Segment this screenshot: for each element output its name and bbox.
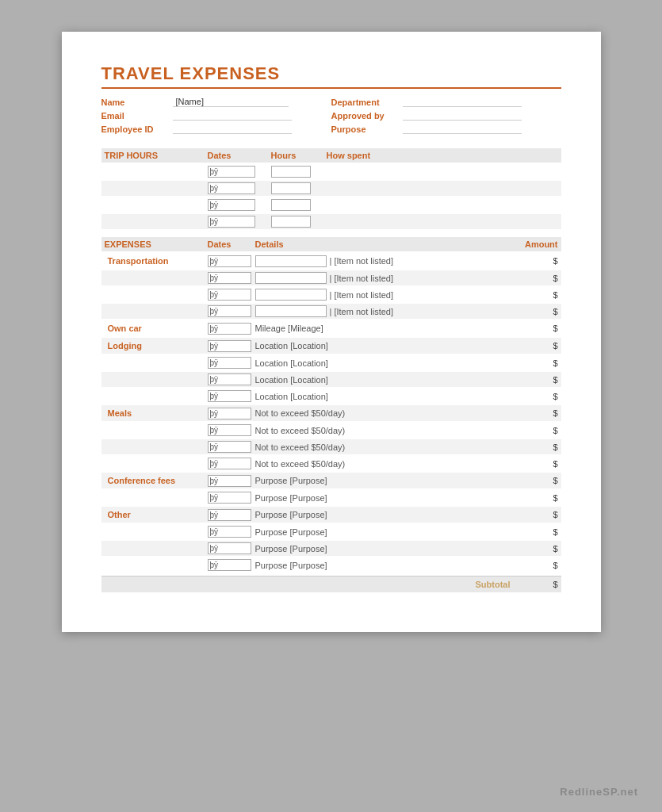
trans-details-4: | [Item not listed] <box>255 305 511 317</box>
trip-date-1[interactable] <box>208 166 255 178</box>
conf-note-2: Purpose [Purpose] <box>255 493 327 503</box>
lodging-details-2: Location [Location] <box>255 358 511 368</box>
lodging-amount-3: $ <box>511 375 558 385</box>
meals-details-3: Not to exceed $50/day) <box>255 442 511 452</box>
lodging-date-3[interactable] <box>208 373 251 385</box>
meals-details-2: Not to exceed $50/day) <box>255 426 511 435</box>
expenses-section: EXPENSES Dates Details Amount Transporta… <box>101 237 561 592</box>
subtotal-label: Subtotal <box>255 580 511 589</box>
purpose-input[interactable] <box>403 124 522 134</box>
meals-date-4[interactable] <box>208 458 251 469</box>
other-note-1: Purpose [Purpose] <box>255 510 327 519</box>
trip-date-2[interactable] <box>208 182 255 194</box>
trip-date-4[interactable] <box>208 216 255 228</box>
lodging-date-2[interactable] <box>208 357 251 369</box>
trip-hours-1[interactable] <box>271 166 311 178</box>
header-right: Department Approved by Purpose <box>331 95 561 136</box>
lodging-amount-2: $ <box>511 358 558 368</box>
trans-note-3: | [Item not listed] <box>330 290 394 300</box>
trans-detail-input-2[interactable] <box>255 272 327 284</box>
transportation-row-3: | [Item not listed] $ <box>101 304 561 319</box>
meals-details-1: Not to exceed $50/day) <box>255 408 511 418</box>
trip-how-spent-col: How spent <box>327 151 558 160</box>
trip-date-3[interactable] <box>208 199 255 211</box>
transportation-row-2: | [Item not listed] $ <box>101 287 561 302</box>
trans-note-4: | [Item not listed] <box>330 307 394 316</box>
meals-date-3[interactable] <box>208 441 251 453</box>
other-row-3: Purpose [Purpose] $ <box>101 557 561 573</box>
other-date-4[interactable] <box>208 559 251 571</box>
lodging-amount-1: $ <box>511 341 558 350</box>
trans-date-4[interactable] <box>208 305 251 317</box>
name-input[interactable] <box>173 97 289 107</box>
lodging-details-3: Location [Location] <box>255 375 511 385</box>
meals-date-1[interactable] <box>208 408 251 419</box>
trip-hours-2[interactable] <box>271 182 311 194</box>
purpose-label: Purpose <box>331 124 403 134</box>
meals-date-2[interactable] <box>208 424 251 436</box>
expenses-header: EXPENSES Dates Details Amount <box>101 237 561 251</box>
meals-label: Meals <box>105 407 208 419</box>
trip-hours-header: TRIP HOURS Dates Hours How spent <box>101 148 561 163</box>
other-details-1: Purpose [Purpose] <box>255 510 511 519</box>
own-car-date[interactable] <box>208 323 251 335</box>
name-row: Name <box>101 95 331 109</box>
meals-amount-4: $ <box>511 459 558 469</box>
lodging-date-4[interactable] <box>208 390 251 402</box>
trans-date-3[interactable] <box>208 289 251 301</box>
lodging-note-3: Location [Location] <box>255 375 328 385</box>
own-car-label: Own car <box>105 322 208 335</box>
meals-row-1: Not to exceed $50/day) $ <box>101 423 561 438</box>
other-note-4: Purpose [Purpose] <box>255 561 327 570</box>
approved-by-input[interactable] <box>403 110 522 121</box>
employee-id-input[interactable] <box>173 124 292 134</box>
other-details-2: Purpose [Purpose] <box>255 527 511 537</box>
conf-date-1[interactable] <box>208 475 251 487</box>
lodging-details-4: Location [Location] <box>255 392 511 401</box>
expenses-dates-col: Dates <box>208 239 255 249</box>
lodging-row-3: Location [Location] $ <box>101 389 561 404</box>
conf-details-1: Purpose [Purpose] <box>255 476 511 485</box>
meals-note-2: Not to exceed $50/day) <box>255 426 346 435</box>
other-amount-2: $ <box>511 527 558 537</box>
trip-row <box>101 181 561 196</box>
other-label: Other <box>105 508 208 521</box>
trans-date-1[interactable] <box>208 255 251 267</box>
approved-by-row: Approved by <box>331 109 561 122</box>
trans-date-2[interactable] <box>208 272 251 284</box>
trans-detail-input-4[interactable] <box>255 305 327 317</box>
subtotal-amount: $ <box>511 580 558 589</box>
own-car-amount: $ <box>511 324 558 333</box>
trans-detail-input-1[interactable] <box>255 255 327 267</box>
conf-date-2[interactable] <box>208 492 251 504</box>
conference-row-0: Conference fees Purpose [Purpose] $ <box>101 473 561 488</box>
conf-note-1: Purpose [Purpose] <box>255 476 327 485</box>
employee-id-row: Employee ID <box>101 122 331 136</box>
meals-note-1: Not to exceed $50/day) <box>255 408 346 418</box>
lodging-date-1[interactable] <box>208 340 251 352</box>
trip-hours-3[interactable] <box>271 199 311 211</box>
department-input[interactable] <box>403 97 522 107</box>
department-row: Department <box>331 95 561 109</box>
meals-amount-1: $ <box>511 408 558 418</box>
lodging-row-0: Lodging Location [Location] $ <box>101 338 561 354</box>
trans-amount-4: $ <box>511 307 558 316</box>
trans-detail-input-3[interactable] <box>255 289 327 301</box>
trip-hours-4[interactable] <box>271 216 311 228</box>
meals-amount-2: $ <box>511 426 558 435</box>
other-date-1[interactable] <box>208 509 251 521</box>
other-row-0: Other Purpose [Purpose] $ <box>101 507 561 523</box>
email-input[interactable] <box>173 110 292 121</box>
other-date-2[interactable] <box>208 526 251 538</box>
purpose-row: Purpose <box>331 122 561 136</box>
transportation-label: Transportation <box>105 255 208 267</box>
other-note-3: Purpose [Purpose] <box>255 544 327 553</box>
employee-id-label: Employee ID <box>101 124 173 134</box>
lodging-row-2: Location [Location] $ <box>101 372 561 387</box>
other-date-3[interactable] <box>208 542 251 554</box>
trans-details-2: | [Item not listed] <box>255 272 511 284</box>
other-note-2: Purpose [Purpose] <box>255 527 327 537</box>
subtotal-row: Subtotal $ <box>101 576 561 592</box>
meals-details-4: Not to exceed $50/day) <box>255 459 511 469</box>
lodging-label: Lodging <box>105 339 208 352</box>
